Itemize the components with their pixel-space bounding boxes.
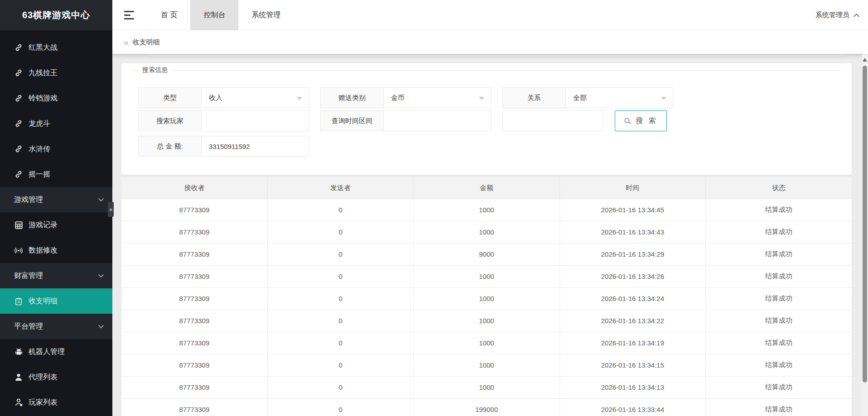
tab-system[interactable]: 系统管理 (238, 0, 294, 30)
field-player: 搜索玩家 (138, 110, 309, 131)
relation-select[interactable]: 全部 (566, 87, 673, 108)
field-total-label: 总 金 额: (138, 136, 202, 157)
sidebar-collapse-icon[interactable]: « (108, 202, 114, 217)
table-cell: 0 (267, 376, 413, 398)
chevron-down-icon (98, 274, 104, 278)
search-panel: 搜索信息 类型 收入 赠送类别 金币 关系 全部 (121, 63, 852, 175)
table-cell: 1000 (414, 265, 559, 287)
link-icon (14, 144, 23, 153)
app-title: 63棋牌游戏中心 (0, 0, 112, 30)
user-menu[interactable]: 系统管理员 (815, 0, 860, 30)
table-cell: 2026-01-16 13:34:24 (559, 287, 705, 310)
field-gift-category: 赠送类别 金币 (320, 87, 491, 108)
sidebar-item-robot-mgmt[interactable]: 机器人管理 (0, 339, 112, 364)
table-row: 87773309010002026-01-16 13:34:22结算成功 (121, 310, 852, 332)
page-title: 收支明细 (133, 38, 160, 47)
sidebar-item-data-modify[interactable]: 数据修改 (0, 238, 112, 263)
broadcast-icon (14, 246, 23, 255)
table-cell: 0 (267, 221, 413, 243)
table-row: 87773309090002026-01-16 13:34:29结算成功 (121, 243, 852, 265)
table-cell: 9000 (414, 243, 559, 265)
sidebar-item-lingdangyouxi[interactable]: 铃铛游戏 (0, 86, 112, 111)
table-cell: 结算成功 (706, 265, 852, 287)
table-cell: 87773309 (121, 376, 267, 398)
table-cell: 结算成功 (706, 398, 852, 416)
table-cell: 1000 (414, 332, 559, 354)
link-icon (14, 170, 23, 179)
type-select[interactable]: 收入 (202, 87, 309, 108)
table-column-header: 接收者 (121, 177, 267, 199)
table-cell: 87773309 (121, 310, 267, 332)
sidebar-group-wealth-mgmt[interactable]: 财富管理 (0, 263, 112, 288)
table-column-header: 金额 (414, 177, 559, 199)
menu-toggle-icon[interactable] (112, 0, 148, 30)
table-cell: 结算成功 (706, 221, 852, 243)
sidebar-group-game-mgmt[interactable]: 游戏管理 (0, 187, 112, 212)
table-cell: 结算成功 (706, 243, 852, 265)
table-cell: 2026-01-16 13:34:13 (559, 376, 705, 398)
extra-input[interactable] (502, 110, 603, 131)
sidebar-item-income-expense[interactable]: ¥收支明细 (0, 288, 112, 314)
time-range-input[interactable] (384, 110, 491, 131)
table-cell: 0 (267, 310, 413, 332)
content-area: 搜索信息 类型 收入 赠送类别 金币 关系 全部 (112, 54, 862, 416)
tab-console[interactable]: 控制台 (190, 0, 238, 30)
gift-category-select[interactable]: 金币 (384, 87, 491, 108)
table-cell: 2026-01-16 13:34:22 (559, 310, 705, 332)
table-cell: 1000 (414, 221, 559, 243)
sidebar-item-game-records[interactable]: 游戏记录 (0, 212, 112, 238)
table-cell: 0 (267, 243, 413, 265)
table-row: 8777330901990002026-01-16 13:33:44结算成功 (121, 398, 852, 416)
field-time-range-label: 查询时间区间 (320, 110, 384, 131)
sidebar-item-jiuxianlawang[interactable]: 九线拉王 (0, 60, 112, 86)
grid-icon (14, 220, 23, 230)
table-cell: 87773309 (121, 398, 267, 416)
horizontal-scrollbar[interactable] (147, 55, 846, 58)
table-cell: 结算成功 (706, 199, 852, 221)
table-cell: 1000 (414, 199, 559, 221)
search-button[interactable]: 搜 索 (615, 110, 667, 131)
table-cell: 0 (267, 332, 413, 354)
table-row: 87773309010002026-01-16 13:34:15结算成功 (121, 354, 852, 376)
table-cell: 87773309 (121, 221, 267, 243)
table-row: 87773309010002026-01-16 13:34:13结算成功 (121, 376, 852, 398)
sidebar-item-player-list[interactable]: 玩家列表 (0, 390, 112, 415)
sidebar-item-yaoyiyao[interactable]: 摇一摇 (0, 162, 112, 187)
total-amount-input[interactable]: 33150911592 (202, 136, 309, 157)
link-icon (14, 43, 23, 52)
breadcrumb: » 收支明细 (112, 30, 868, 54)
sidebar-item-shuihuzhuan[interactable]: 水浒传 (0, 136, 112, 162)
player-search-input[interactable] (202, 110, 309, 131)
table-cell: 结算成功 (706, 287, 852, 310)
chevron-down-icon (297, 97, 302, 100)
sidebar-group-platform-mgmt[interactable]: 平台管理 (0, 314, 112, 339)
chevron-down-icon (661, 97, 666, 100)
table-cell: 0 (267, 265, 413, 287)
top-navbar: 首 页控制台系统管理 系统管理员 (112, 0, 868, 30)
table-cell: 2026-01-16 13:34:45 (559, 199, 705, 221)
vertical-scrollbar[interactable] (862, 54, 868, 416)
table-cell: 结算成功 (706, 332, 852, 354)
chevron-down-icon (98, 325, 104, 329)
table-row: 87773309010002026-01-16 13:34:45结算成功 (121, 199, 852, 221)
field-type: 类型 收入 (138, 87, 309, 108)
table-cell: 结算成功 (706, 310, 852, 332)
tab-home[interactable]: 首 页 (148, 0, 190, 30)
table-cell: 0 (267, 199, 413, 221)
table-row: 87773309010002026-01-16 13:34:26结算成功 (121, 265, 852, 287)
player-icon (14, 398, 23, 407)
table-column-header: 状态 (706, 177, 852, 199)
table-cell: 87773309 (121, 265, 267, 287)
field-player-label: 搜索玩家 (138, 110, 202, 131)
table-cell: 0 (267, 398, 413, 416)
field-time-range: 查询时间区间 (320, 110, 491, 131)
svg-text:¥: ¥ (17, 299, 20, 304)
sidebar-item-hongheidazhan[interactable]: 红黑大战 (0, 35, 112, 60)
sidebar-item-longhudou[interactable]: 龙虎斗 (0, 111, 112, 136)
scroll-up-icon[interactable] (863, 58, 867, 62)
sidebar-item-agent-list[interactable]: 代理列表 (0, 364, 112, 390)
vertical-scrollbar-thumb[interactable] (863, 66, 867, 383)
field-gift-category-label: 赠送类别 (320, 87, 384, 108)
table-cell: 2026-01-16 13:34:26 (559, 265, 705, 287)
link-icon (14, 68, 23, 77)
